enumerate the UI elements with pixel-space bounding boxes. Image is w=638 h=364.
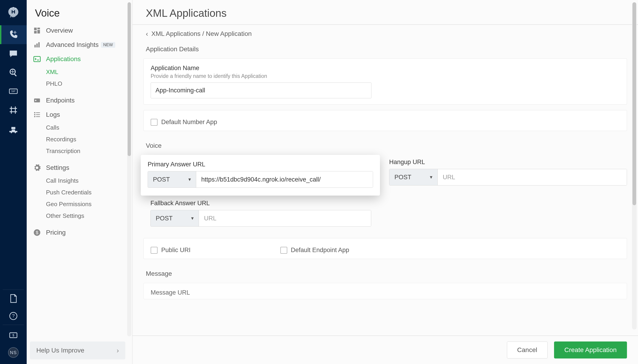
sidebar-label: Endpoints <box>46 97 75 104</box>
fallback-url-input[interactable] <box>199 210 371 226</box>
svg-rect-6 <box>14 74 17 76</box>
main-scrollbar[interactable] <box>632 2 636 330</box>
rail-item-messaging[interactable] <box>0 44 27 63</box>
rail-item-billing[interactable]: $ <box>0 326 27 344</box>
primary-answer-method-select[interactable]: POST ▾ <box>148 172 196 188</box>
sidebar-sub-transcription[interactable]: Transcription <box>27 145 132 157</box>
svg-rect-16 <box>37 28 40 29</box>
rail-item-account-avatar[interactable]: NS <box>0 344 27 361</box>
sidebar-sub-calls[interactable]: Calls <box>27 122 132 134</box>
sidebar-sub-geo-permissions[interactable]: Geo Permissions <box>27 198 132 210</box>
sidebar-item-pricing[interactable]: $ Pricing <box>27 226 132 240</box>
brand-logo-icon[interactable] <box>0 0 27 25</box>
hangup-label: Hangup URL <box>389 158 627 166</box>
sidebar-item-applications[interactable]: Applications <box>27 52 132 66</box>
default-number-app-checkbox[interactable] <box>151 119 158 126</box>
fallback-method-select[interactable]: POST ▾ <box>151 210 199 226</box>
rail-item-docs[interactable] <box>0 290 27 307</box>
app-name-input[interactable] <box>151 82 372 98</box>
sidebar-sub-push-credentials[interactable]: Push Credentials <box>27 186 132 198</box>
card-app-details: Application Name Provide a friendly name… <box>144 58 627 104</box>
default-endpoint-app-checkbox[interactable] <box>280 247 287 254</box>
svg-point-0 <box>10 8 11 9</box>
sidebar-scrollbar[interactable] <box>127 2 131 336</box>
primary-answer-label: Primary Answer URL <box>148 161 373 168</box>
sidebar-item-advanced-insights[interactable]: Advanced Insights NEW <box>27 38 132 52</box>
svg-point-1 <box>15 8 16 9</box>
breadcrumb: ‹ XML Applications / New Application <box>132 25 638 40</box>
section-label-app-details: Application Details <box>132 40 638 56</box>
breadcrumb-text[interactable]: XML Applications / New Application <box>151 30 252 38</box>
rail-item-sip[interactable]: SIP <box>0 82 27 101</box>
rail-item-help[interactable]: ? <box>0 307 27 325</box>
default-endpoint-app-label: Default Endpoint App <box>291 246 349 254</box>
main-scrollbar-thumb[interactable] <box>632 2 636 205</box>
public-uri-label: Public URI <box>161 246 191 254</box>
create-application-button[interactable]: Create Application <box>554 342 627 358</box>
action-bar: Cancel Create Application <box>132 336 638 364</box>
sidebar-sub-call-insights[interactable]: Call Insights <box>27 175 132 186</box>
sidebar-title: Voice <box>27 0 132 24</box>
rail-item-lookup[interactable] <box>0 63 27 82</box>
rail-item-numbers[interactable] <box>0 101 27 120</box>
left-rail: SIP ? $ NS <box>0 0 27 364</box>
sidebar-item-endpoints[interactable]: Endpoints <box>27 93 132 108</box>
cancel-button[interactable]: Cancel <box>507 342 548 358</box>
app-name-hint: Provide a friendly name to identify this… <box>151 73 620 79</box>
svg-rect-21 <box>39 42 40 48</box>
hangup-method-select[interactable]: POST ▾ <box>389 169 438 185</box>
svg-rect-18 <box>34 31 37 33</box>
sidebar-label: Advanced Insights <box>46 41 99 48</box>
hangup-method-value: POST <box>395 174 412 181</box>
sidebar-footer-label: Help Us Improve <box>36 347 84 354</box>
svg-rect-15 <box>34 28 37 30</box>
sidebar-label: Applications <box>46 56 81 63</box>
chevron-right-icon: › <box>117 346 119 354</box>
public-uri-checkbox[interactable] <box>151 247 158 254</box>
sidebar-item-logs[interactable]: Logs <box>27 108 132 122</box>
fallback-label: Fallback Answer URL <box>150 200 367 207</box>
svg-rect-26 <box>36 112 40 113</box>
list-icon <box>33 111 41 118</box>
svg-rect-30 <box>36 116 40 117</box>
svg-rect-17 <box>37 30 40 34</box>
dashboard-icon <box>33 27 41 34</box>
section-label-message: Message <box>132 264 638 280</box>
svg-rect-23 <box>34 98 40 102</box>
app-name-label: Application Name <box>151 64 620 72</box>
rail-item-voice[interactable] <box>0 25 27 44</box>
endpoint-icon <box>33 96 41 104</box>
svg-point-2 <box>13 7 14 8</box>
svg-text:SIP: SIP <box>11 90 16 92</box>
sidebar-scrollbar-thumb[interactable] <box>128 2 131 156</box>
chevron-down-icon: ▾ <box>191 215 194 221</box>
svg-rect-22 <box>34 56 40 62</box>
hangup-url-input[interactable] <box>438 169 627 185</box>
svg-text:$: $ <box>13 334 14 337</box>
svg-rect-3 <box>11 52 16 52</box>
sidebar-sub-phlo[interactable]: PHLO <box>27 78 132 90</box>
sidebar: Voice Overview Advanced Insights NEW App… <box>27 0 132 364</box>
sidebar-sub-recordings[interactable]: Recordings <box>27 134 132 145</box>
sidebar-label: Overview <box>46 27 73 34</box>
sidebar-item-settings[interactable]: Settings <box>27 161 132 175</box>
new-badge: NEW <box>101 42 115 48</box>
card-message-url: Message URL <box>144 283 627 299</box>
svg-rect-20 <box>36 44 38 47</box>
sidebar-label: Settings <box>46 164 69 172</box>
sidebar-sub-other-settings[interactable]: Other Settings <box>27 210 132 222</box>
svg-point-9 <box>11 132 12 133</box>
hangup-url-col: Hangup URL POST ▾ <box>389 152 638 186</box>
sidebar-sub-xml[interactable]: XML <box>27 66 132 78</box>
gear-icon <box>33 164 41 172</box>
default-number-app-label: Default Number App <box>161 118 217 126</box>
svg-rect-4 <box>11 53 14 54</box>
primary-answer-url-input[interactable] <box>196 172 373 188</box>
bar-chart-icon <box>33 41 41 49</box>
svg-point-29 <box>34 116 36 118</box>
chevron-left-icon[interactable]: ‹ <box>146 30 148 38</box>
rail-item-carrier[interactable] <box>0 120 27 138</box>
svg-point-10 <box>15 132 16 133</box>
sidebar-item-overview[interactable]: Overview <box>27 24 132 38</box>
sidebar-help-us-improve[interactable]: Help Us Improve › <box>30 342 125 360</box>
